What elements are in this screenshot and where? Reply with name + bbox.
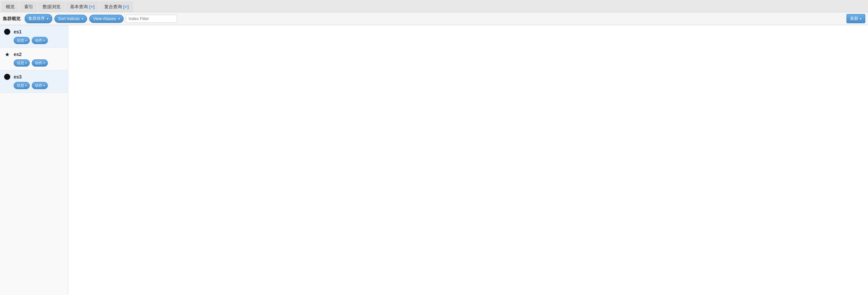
es1-actions: 信息 ▾ 动作 ▾: [14, 37, 64, 44]
es1-action-arrow-icon: ▾: [43, 39, 45, 42]
view-aliases-button[interactable]: View Aliases ▾: [89, 15, 123, 23]
basic-query-plus: [+]: [89, 4, 95, 9]
sidebar-item-es2[interactable]: ★ es2 信息 ▾ 动作 ▾: [0, 48, 68, 70]
cluster-sort-button[interactable]: 集群排序 ▾: [25, 14, 52, 23]
tab-index[interactable]: 索引: [20, 1, 38, 12]
index-filter-input[interactable]: [126, 15, 177, 23]
sidebar-item-es2-header: ★ es2: [4, 51, 64, 57]
es2-action-button[interactable]: 动作 ▾: [32, 59, 48, 67]
es3-action-arrow-icon: ▾: [43, 84, 45, 87]
es3-action-button[interactable]: 动作 ▾: [32, 82, 48, 89]
tab-basic-query[interactable]: 基本查询 [+]: [66, 1, 99, 12]
cluster-sort-arrow-icon: ▾: [47, 17, 49, 20]
es2-name: es2: [14, 52, 22, 57]
complex-query-plus: [+]: [123, 4, 129, 9]
es1-action-button[interactable]: 动作 ▾: [32, 37, 48, 44]
sidebar-item-es1[interactable]: es1 信息 ▾ 动作 ▾: [0, 25, 68, 48]
tab-complex-query[interactable]: 复合查询 [+]: [100, 1, 133, 12]
es2-actions: 信息 ▾ 动作 ▾: [14, 59, 64, 67]
es1-circle-icon: [4, 29, 10, 35]
view-aliases-arrow-icon: ▾: [118, 17, 120, 20]
es1-name: es1: [14, 29, 22, 34]
sidebar-item-es3-header: es3: [4, 74, 64, 80]
sidebar-item-es3[interactable]: es3 信息 ▾ 动作 ▾: [0, 70, 68, 93]
es3-circle-icon: [4, 74, 10, 80]
tab-data-browser[interactable]: 数据浏览: [38, 1, 65, 12]
right-panel: [68, 25, 868, 295]
es3-info-arrow-icon: ▾: [25, 84, 27, 87]
refresh-button[interactable]: 刷新 ▾: [846, 14, 865, 23]
es3-info-button[interactable]: 信息 ▾: [14, 82, 30, 89]
toolbar-label: 集群概览: [3, 16, 21, 22]
sort-indices-arrow-icon: ▾: [82, 17, 83, 20]
es3-actions: 信息 ▾ 动作 ▾: [14, 82, 64, 89]
es2-star-icon: ★: [4, 51, 10, 57]
toolbar: 集群概览 集群排序 ▾ Sort Indices ▾ View Aliases …: [0, 12, 868, 25]
es2-info-arrow-icon: ▾: [25, 61, 27, 65]
es3-name: es3: [14, 74, 22, 80]
main-content: es1 信息 ▾ 动作 ▾ ★ es2 信息: [0, 25, 868, 295]
es1-info-arrow-icon: ▾: [25, 39, 27, 42]
top-nav: 概览 索引 数据浏览 基本查询 [+] 复合查询 [+]: [0, 0, 868, 12]
sidebar: es1 信息 ▾ 动作 ▾ ★ es2 信息: [0, 25, 68, 295]
es2-action-arrow-icon: ▾: [43, 61, 45, 65]
sidebar-item-es1-header: es1: [4, 29, 64, 35]
es2-info-button[interactable]: 信息 ▾: [14, 59, 30, 67]
refresh-arrow-icon: ▾: [860, 17, 862, 20]
es1-info-button[interactable]: 信息 ▾: [14, 37, 30, 44]
tab-overview[interactable]: 概览: [1, 1, 19, 12]
sort-indices-button[interactable]: Sort Indices ▾: [54, 15, 87, 23]
